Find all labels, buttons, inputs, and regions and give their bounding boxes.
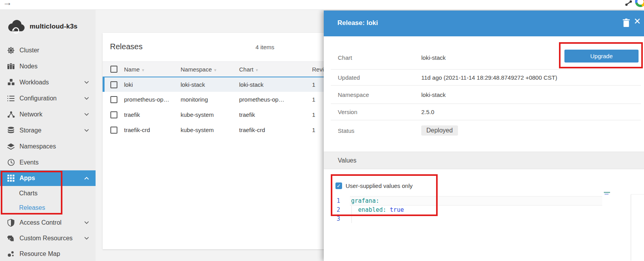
sidebar-item-resource-map[interactable]: Resource Map [0,246,96,261]
row-checkbox[interactable] [110,111,117,118]
user-supplied-values-row: ✓ User-supplied values only [335,182,413,189]
cloud-sync-logo-icon [6,19,25,34]
layers-icon [6,143,16,150]
servers-icon [6,63,16,70]
sidebar-item-label: Resource Map [20,250,60,257]
link-nodes-icon[interactable] [624,0,633,7]
field-label: Version [331,109,421,115]
network-nodes-icon [6,111,16,118]
yaml-code-editor[interactable]: 1 grafana: 2 enabled: true 3 [324,197,644,236]
sidebar-item-apps[interactable]: Apps [0,170,96,186]
chevron-down-icon [84,81,89,84]
editor-right-border [631,194,631,261]
field-row-namespace: Namespace loki-stack [331,85,641,104]
sidebar-subitem-charts[interactable]: Charts [0,186,96,200]
line-number: 1 [324,197,340,206]
code-line: 1 grafana: [324,197,644,206]
sidebar-item-label: Events [20,159,39,166]
column-header-namespace[interactable]: Namespace▾ [181,66,239,73]
status-badge: Deployed [421,125,458,136]
cell-name[interactable]: loki [124,81,181,88]
cell-name[interactable]: prometheus-op… [124,96,181,103]
cell-name[interactable]: traefik-crd [124,127,181,133]
checkbox-check-icon: ✓ [337,183,341,189]
column-header-chart[interactable]: Chart▾ [239,66,312,73]
database-icon [6,127,16,134]
sidebar-item-network[interactable]: Network [0,106,96,122]
field-label: Namespace [331,91,421,98]
line-number: 2 [324,206,340,215]
sidebar-nav: Cluster Nodes Workloads [0,42,96,261]
chevron-down-icon [84,237,89,240]
line-number: 3 [324,215,340,223]
upgrade-button[interactable]: Upgrade [564,50,639,63]
sidebar: multicloud-k3s Cluster Nodes [0,10,96,261]
cell-chart: loki-stack [239,81,312,88]
sidebar-item-label: Cluster [20,47,39,54]
browser-top-strip: → [0,0,644,10]
field-label: Status [331,127,421,134]
sidebar-item-access-control[interactable]: Access Control [0,215,96,231]
row-checkbox[interactable] [110,81,117,88]
sidebar-item-label: Access Control [20,219,62,226]
field-row-version: Version 2.5.0 [331,104,641,120]
sidebar-item-label: Custom Resources [20,235,73,242]
values-section-heading: Values [324,152,644,169]
panel-header: Release: loki ✕ [324,11,644,36]
cell-namespace: monitoring [181,96,239,103]
sort-arrow-icon: ▾ [256,68,258,72]
helm-wheel-icon [6,46,16,54]
sidebar-item-events[interactable]: Events [0,154,96,170]
puzzle-icon [6,235,16,242]
cubes-icon [6,79,16,86]
field-value: loki-stack [421,91,446,98]
sidebar-item-custom-resources[interactable]: Custom Resources [0,231,96,246]
field-value: 11d ago (2021-11-14 18:29:48.8749272 +08… [421,74,557,81]
editor-top-border [631,194,644,195]
delete-trash-icon[interactable] [623,18,630,28]
code-line: 2 enabled: true [324,206,644,215]
column-header-name[interactable]: Name▾ [124,66,181,73]
sidebar-item-cluster[interactable]: Cluster [0,42,96,58]
sidebar-item-nodes[interactable]: Nodes [0,58,96,74]
panel-title: Release: loki [337,19,378,27]
sidebar-item-label: Apps [20,175,35,182]
sidebar-item-label: Network [20,111,43,118]
cell-namespace: kube-system [181,127,239,133]
sidebar-item-workloads[interactable]: Workloads [0,74,96,90]
back-arrow-icon[interactable]: → [3,0,12,8]
editor-minimap [604,192,610,195]
chevron-up-icon [84,177,89,180]
shield-icon [6,219,16,227]
cell-name[interactable]: traefik [124,111,181,118]
checkbox-label: User-supplied values only [346,182,413,189]
sidebar-item-label: Nodes [20,63,37,70]
cell-namespace: loki-stack [181,81,239,88]
user-supplied-checkbox[interactable]: ✓ [335,182,342,189]
field-value: loki-stack [421,54,446,61]
sidebar-item-storage[interactable]: Storage [0,122,96,138]
sidebar-item-namespaces[interactable]: Namespaces [0,138,96,154]
close-icon[interactable]: ✕ [634,17,641,26]
select-all-checkbox[interactable] [110,66,117,73]
sidebar-item-label: Configuration [20,95,57,102]
cell-chart: traefik [239,111,312,118]
cluster-name: multicloud-k3s [30,23,78,30]
sidebar-item-label: Storage [20,127,41,134]
cell-chart: traefik-crd [239,127,312,133]
code-line: 3 [324,215,644,223]
items-count: 4 items [255,44,274,50]
field-label: Chart [331,54,421,61]
sort-arrow-icon: ▾ [142,68,144,72]
extension-color-wheel-icon[interactable] [635,0,644,7]
row-checkbox[interactable] [110,127,117,134]
sidebar-item-configuration[interactable]: Configuration [0,90,96,106]
cluster-brand[interactable]: multicloud-k3s [0,10,96,37]
row-checkbox[interactable] [110,96,117,103]
sort-arrow-icon: ▾ [214,68,216,72]
apps-grid-icon [6,175,16,182]
release-detail-panel: Release: loki ✕ Chart loki-stack Updated… [324,11,644,261]
sidebar-item-label: Workloads [20,79,49,86]
sidebar-subitem-releases[interactable]: Releases [0,200,96,215]
field-row-status: Status Deployed [331,120,641,141]
